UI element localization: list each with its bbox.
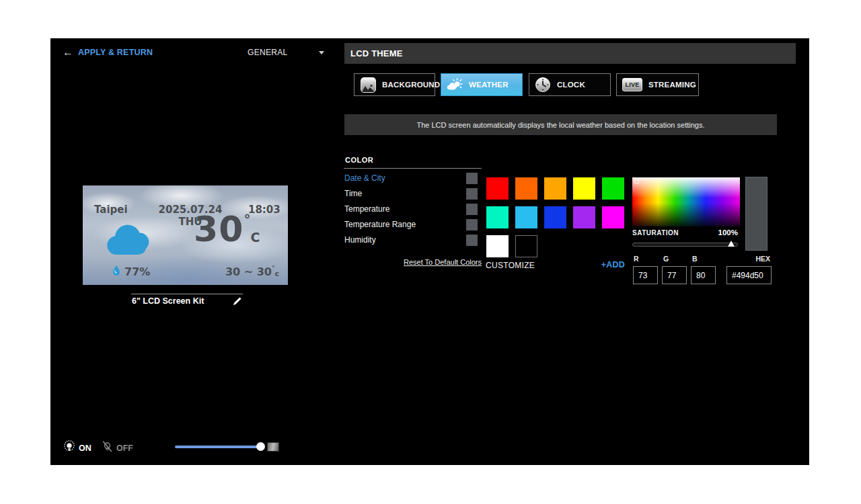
color-item-swatch — [466, 219, 478, 230]
apply-return-button[interactable]: ← APPLY & RETURN — [63, 47, 153, 58]
chevron-down-icon — [319, 51, 324, 54]
image-icon — [360, 77, 376, 93]
g-label: G — [663, 255, 669, 263]
current-color-preview — [745, 177, 768, 251]
color-section-divider — [344, 168, 482, 169]
device-name-divider — [131, 294, 243, 294]
palette-swatch-blue[interactable] — [544, 206, 566, 228]
customize-label: CUSTOMIZE — [486, 261, 535, 270]
saturation-value: 100% — [689, 228, 738, 237]
live-icon: LIVE — [622, 78, 642, 91]
droplet-icon — [112, 265, 120, 278]
palette-swatch-purple[interactable] — [573, 206, 595, 228]
saturation-slider[interactable] — [632, 243, 738, 247]
brightness-slider[interactable] — [175, 446, 262, 448]
palette-swatch-orange[interactable] — [544, 177, 566, 200]
apply-return-label: APPLY & RETURN — [78, 48, 153, 57]
app-window: ← APPLY & RETURN GENERAL LCD THEME BACKG… — [50, 38, 809, 465]
edit-pencil-icon[interactable] — [233, 296, 242, 308]
color-item-label: Temperature — [344, 204, 389, 214]
add-color-button[interactable]: +ADD — [594, 260, 625, 269]
brightness-on-label: ON — [79, 444, 91, 453]
tab-weather-label: WEATHER — [469, 81, 509, 89]
lcd-screen-preview: Taipei 2025.07.24 THU 18:03 30 ° C 77% 3… — [83, 185, 288, 285]
lcd-range-value: 30 ~ 30 — [225, 265, 272, 278]
bulb-off-icon — [102, 440, 113, 456]
cloud-icon — [103, 218, 158, 259]
lcd-city: Taipei — [94, 204, 128, 216]
hue-gradient-picker[interactable] — [632, 177, 740, 226]
lcd-humidity-value: 77% — [124, 265, 150, 278]
palette-swatch-green[interactable] — [602, 177, 624, 200]
color-item-humidity[interactable]: Humidity — [344, 233, 482, 247]
palette-swatch-white[interactable] — [486, 235, 509, 257]
hex-input[interactable] — [726, 266, 772, 284]
lcd-temperature-value: 30 — [194, 210, 244, 249]
tab-background[interactable]: BACKGROUND — [354, 73, 435, 96]
device-selector-value: GENERAL — [248, 48, 287, 57]
clock-icon — [535, 77, 551, 93]
color-item-swatch — [466, 173, 478, 184]
color-item-label: Time — [344, 189, 362, 198]
r-input[interactable] — [633, 266, 658, 284]
r-label: R — [634, 255, 639, 263]
palette-swatch-magenta[interactable] — [602, 206, 624, 228]
color-item-swatch — [466, 204, 478, 215]
gradient-cursor[interactable] — [634, 179, 639, 184]
color-item-date-city[interactable]: Date & City — [344, 171, 482, 185]
saturation-label: SATURATION — [632, 229, 679, 237]
color-item-label: Date & City — [344, 173, 385, 183]
tab-streaming[interactable]: LIVE STREAMING — [616, 73, 699, 96]
color-item-swatch — [466, 235, 478, 246]
saturation-slider-thumb[interactable] — [728, 241, 735, 247]
brightness-off-label: OFF — [116, 444, 133, 453]
tab-streaming-label: STREAMING — [648, 81, 696, 89]
hex-label: HEX — [743, 255, 770, 263]
brightness-off-toggle[interactable]: OFF — [102, 440, 133, 456]
weather-icon — [447, 77, 463, 93]
tab-weather[interactable]: WEATHER — [441, 73, 523, 96]
lcd-unit: C — [250, 230, 260, 245]
color-section-title: COLOR — [345, 156, 373, 164]
lcd-temperature-range: 30 ~ 30 ° c — [225, 265, 279, 278]
device-selector-dropdown[interactable]: GENERAL — [248, 46, 324, 59]
lcd-range-unit: c — [274, 269, 279, 278]
palette-swatch-sky-blue[interactable] — [515, 206, 537, 228]
color-item-temperature[interactable]: Temperature — [344, 202, 482, 216]
device-name: 6" LCD Screen Kit — [132, 296, 204, 306]
brightness-on-toggle[interactable]: ON — [63, 440, 91, 456]
b-label: B — [692, 255, 698, 263]
info-banner: The LCD screen automatically displays th… — [344, 114, 777, 135]
palette-swatch-turquoise[interactable] — [486, 206, 509, 228]
color-item-label: Temperature Range — [344, 220, 416, 229]
bulb-on-icon — [63, 440, 75, 456]
lcd-degree-symbol: ° — [244, 211, 250, 249]
page-title: LCD THEME — [344, 43, 796, 64]
lcd-temperature: 30 ° C — [194, 210, 260, 249]
tab-clock-label: CLOCK — [557, 81, 585, 89]
tab-background-label: BACKGROUND — [382, 81, 440, 89]
lcd-humidity: 77% — [112, 265, 150, 278]
brightness-slider-thumb[interactable] — [256, 442, 265, 451]
b-input[interactable] — [691, 266, 716, 284]
tab-clock[interactable]: CLOCK — [529, 73, 611, 96]
color-item-label: Humidity — [344, 235, 376, 245]
color-item-swatch — [466, 188, 478, 200]
palette-swatch-orange-red[interactable] — [515, 177, 537, 200]
back-arrow-icon: ← — [63, 47, 73, 58]
brightness-gradient-icon — [267, 442, 279, 452]
reset-default-colors-link[interactable]: Reset To Default Colors — [344, 258, 482, 266]
color-item-time[interactable]: Time — [344, 186, 482, 201]
palette-swatch-red[interactable] — [486, 177, 509, 200]
color-item-temperature-range[interactable]: Temperature Range — [344, 217, 482, 232]
palette-swatch-yellow[interactable] — [573, 177, 595, 200]
page-background: ← APPLY & RETURN GENERAL LCD THEME BACKG… — [0, 0, 861, 504]
g-input[interactable] — [662, 266, 687, 284]
palette-swatch-empty-slot[interactable] — [515, 235, 537, 257]
